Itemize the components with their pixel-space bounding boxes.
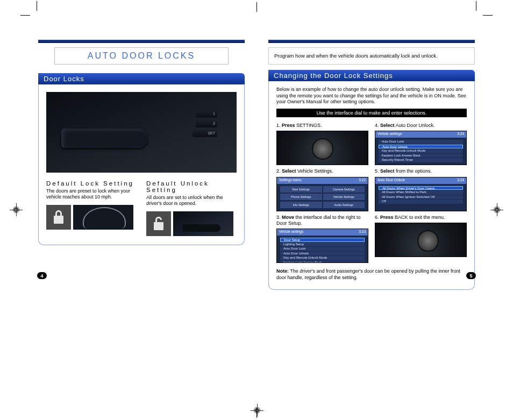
page-title: AUTO DOOR LOCKS [88, 51, 195, 61]
screenshot-step-1 [276, 131, 368, 165]
menu-cell: Navi Settings [280, 186, 322, 193]
default-unlock-heading: Default Unlock Setting [146, 180, 237, 193]
menu-cell: Phone Settings [280, 194, 322, 200]
menu-cell: Camera Settings [323, 186, 365, 193]
step-1: 1. Press SETTINGS. [276, 123, 368, 165]
menu-row: All Doors When Ignition Switched Off [379, 195, 463, 200]
menu-row: Lighting Setup [280, 243, 365, 247]
menu-row: Security Relock Timer [379, 158, 463, 162]
memory-button-set: SET [193, 130, 217, 137]
step-5: 5. Select from the options. Auto Door Un… [375, 168, 467, 211]
screenshot-step-2: Settings menu3:22 Navi SettingsCamera Se… [276, 177, 368, 211]
panel-door-locks: 1 2 SET Default Lock Setting The doors a… [38, 84, 245, 245]
footer-note: Note: The driver's and front passenger's… [276, 268, 467, 281]
page-number-left: 4 [37, 272, 47, 279]
panel-change-settings: Below is an example of how to change the… [268, 81, 475, 290]
section-tab-door-locks: Door Locks [38, 73, 245, 84]
menu-row: All Doors When Driver's Door Opens [379, 186, 463, 190]
page-left: AUTO DOOR LOCKS Door Locks 1 2 SET Defau… [30, 22, 256, 290]
menu-cell: Audio Settings [323, 202, 365, 208]
screenshot-step-6 [375, 223, 467, 257]
menu-row: Auto Door Unlock [280, 252, 365, 256]
menu-row: Key and Remote Unlock Mode [379, 149, 463, 153]
memory-button-2: 2 [196, 120, 217, 127]
instruction-bar: Use the interface dial to make and enter… [276, 109, 467, 117]
menu-row: All Doors When Shifted to Park [379, 190, 463, 195]
menu-row: Off [379, 200, 463, 204]
menu-cell: Vehicle Settings [323, 194, 365, 200]
default-lock-heading: Default Lock Setting [46, 180, 137, 187]
panel-intro: Below is an example of how to change the… [276, 87, 467, 105]
step-4: 4. Select Auto Door Unlock. Vehicle sett… [375, 123, 467, 165]
menu-row: Key and Remote Unlock Mode [280, 256, 365, 260]
menu-row: Auto Door Unlock [379, 145, 463, 149]
default-unlock-body: All doors are set to unlock when the dri… [146, 195, 237, 207]
menu-cell: Info Settings [280, 202, 322, 208]
page-number-right: 5 [466, 272, 476, 279]
top-rule [38, 40, 245, 43]
page-right: Program how and when the vehicle doors a… [256, 22, 483, 290]
unlock-icon [146, 211, 171, 236]
intro-text: Program how and when the vehicle doors a… [274, 53, 438, 59]
menu-row: Auto Door Lock [379, 140, 463, 144]
top-rule [268, 40, 475, 43]
door-open-photo [173, 211, 233, 236]
memory-button-1: 1 [196, 110, 217, 118]
default-unlock-block: Default Unlock Setting All doors are set… [146, 180, 237, 236]
step-3: 3. Move the interface dial to the right … [276, 215, 368, 264]
step-2: 2. Select Vehicle Settings. Settings men… [276, 168, 368, 211]
lock-icon [46, 205, 71, 230]
screenshot-step-4: Vehicle settings3:24 Auto Door LockAuto … [375, 131, 467, 165]
menu-row: Door Setup [280, 238, 365, 242]
intro-box: Program how and when the vehicle doors a… [268, 47, 475, 65]
screenshot-step-3: Vehicle settings3:23 Door SetupLighting … [276, 229, 368, 263]
menu-row: Keyless Lock Answer Back [280, 261, 365, 264]
step-6: 6. Press BACK to exit the menu. [375, 215, 467, 257]
default-lock-body: The doors are preset to lock when your v… [46, 188, 137, 201]
door-handle-photo: 1 2 SET [46, 92, 237, 173]
page-title-band: AUTO DOOR LOCKS [54, 47, 229, 65]
menu-row: Keyless Lock Answer Back [379, 154, 463, 158]
screenshot-step-5: Auto Door Unlock3:24 All Doors When Driv… [375, 177, 467, 211]
speedometer-photo [73, 205, 133, 230]
menu-row: Auto Door Lock [280, 247, 365, 251]
section-tab-change-settings: Changing the Door Lock Settings [268, 70, 475, 81]
default-lock-block: Default Lock Setting The doors are prese… [46, 180, 137, 236]
